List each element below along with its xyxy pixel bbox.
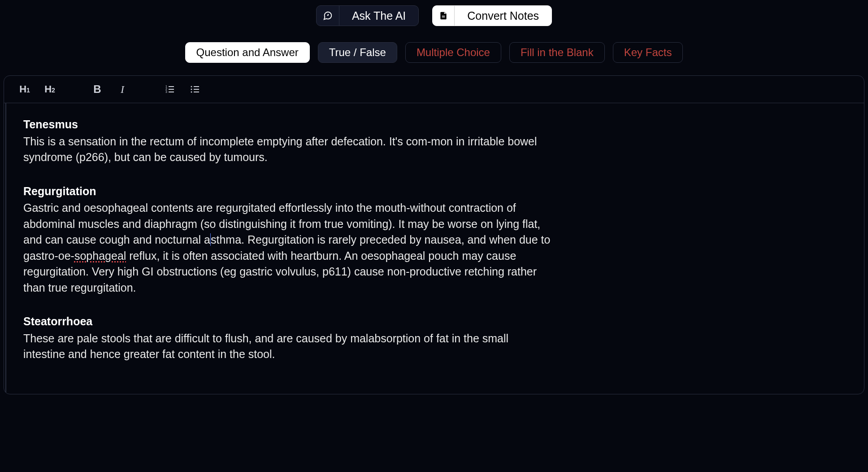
section-body: These are pale stools that are difficult… [23,331,553,363]
section-body: Gastric and oesophageal contents are reg… [23,200,553,296]
note-section: Steatorrhoea These are pale stools that … [23,314,553,363]
top-button-bar: Ask The AI Convert Notes [0,0,868,30]
heading-1-button[interactable]: H1 [17,81,33,97]
ordered-list-button[interactable]: 1 2 3 [162,81,178,97]
bold-button[interactable]: B [89,81,105,97]
chat-icon [317,6,339,26]
svg-point-14 [191,92,192,93]
section-title: Tenesmus [23,117,553,133]
svg-point-13 [191,89,192,90]
note-section: Regurgitation Gastric and oesophageal co… [23,184,553,296]
svg-point-0 [327,15,328,16]
tab-fill-blank[interactable]: Fill in the Blank [509,42,605,63]
convert-notes-button[interactable]: Convert Notes [432,5,552,26]
section-title: Steatorrhoea [23,314,553,330]
editor-toolbar: H1 H2 B I 1 2 3 [4,76,864,103]
editor-content[interactable]: Tenesmus This is a sensation in the rect… [5,103,570,394]
convert-notes-label: Convert Notes [455,9,551,22]
unordered-list-button[interactable] [187,81,203,97]
spell-error: sophageal [74,249,126,262]
document-icon [433,6,455,26]
tab-true-false[interactable]: True / False [318,42,397,63]
svg-rect-1 [442,16,445,16]
section-title: Regurgitation [23,184,553,200]
note-section: Tenesmus This is a sensation in the rect… [23,117,553,166]
heading-2-button[interactable]: H2 [42,81,58,97]
ask-ai-label: Ask The AI [339,9,418,22]
svg-rect-2 [442,17,445,17]
svg-point-12 [191,86,192,87]
tab-multiple-choice[interactable]: Multiple Choice [405,42,501,63]
italic-button[interactable]: I [114,81,130,97]
editor-container: H1 H2 B I 1 2 3 [4,75,864,394]
tab-question-answer[interactable]: Question and Answer [185,42,310,63]
ask-ai-button[interactable]: Ask The AI [316,5,419,26]
tab-key-facts[interactable]: Key Facts [613,42,683,63]
filter-tab-bar: Question and Answer True / False Multipl… [0,30,868,72]
svg-text:3: 3 [165,90,167,93]
section-body: This is a sensation in the rectum of inc… [23,134,553,166]
